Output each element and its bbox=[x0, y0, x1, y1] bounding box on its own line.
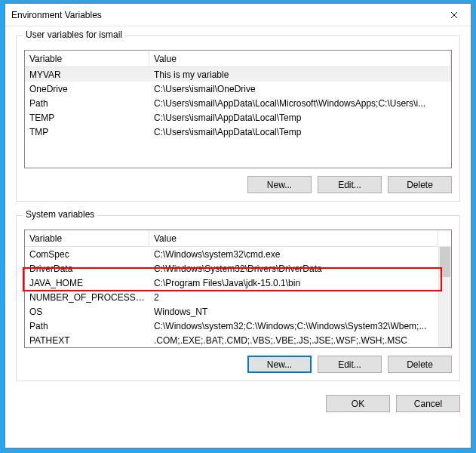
titlebar[interactable]: Environment Variables bbox=[5, 4, 471, 26]
cell-value: This is my variable bbox=[149, 69, 451, 80]
cell-value: C:\Users\ismail\AppData\Local\Temp bbox=[149, 112, 451, 123]
table-row[interactable]: JAVA_HOME C:\Program Files\Java\jdk-15.0… bbox=[25, 276, 438, 290]
system-variables-group: System variables Variable Value ComSpec … bbox=[16, 215, 460, 381]
col-header-variable[interactable]: Variable bbox=[25, 51, 149, 66]
user-buttons: New... Edit... Delete bbox=[24, 176, 452, 193]
table-row[interactable]: TMP C:\Users\ismail\AppData\Local\Temp bbox=[25, 125, 451, 139]
cell-value: C:\Program Files\Java\jdk-15.0.1\bin bbox=[149, 278, 438, 288]
cancel-button[interactable]: Cancel bbox=[396, 395, 460, 412]
cell-variable: NUMBER_OF_PROCESSORS bbox=[25, 292, 149, 303]
cell-value: 2 bbox=[149, 292, 438, 303]
close-icon bbox=[450, 11, 458, 19]
system-delete-button[interactable]: Delete bbox=[388, 356, 452, 373]
cell-value: C:\Users\ismail\OneDrive bbox=[149, 84, 451, 94]
cell-variable: TEMP bbox=[25, 112, 149, 123]
cell-value: C:\Users\ismail\AppData\Local\Microsoft\… bbox=[149, 98, 451, 109]
ok-button[interactable]: OK bbox=[326, 395, 390, 412]
system-list-header: Variable Value bbox=[25, 230, 451, 247]
cell-value: C:\Windows\System32\Drivers\DriverData bbox=[149, 263, 438, 274]
table-row[interactable]: Path C:\Windows\system32;C:\Windows;C:\W… bbox=[25, 319, 438, 333]
cell-variable: Path bbox=[25, 98, 149, 109]
cell-variable: Path bbox=[25, 321, 149, 331]
cell-value: Windows_NT bbox=[149, 307, 438, 317]
user-group-legend: User variables for ismail bbox=[23, 29, 125, 40]
cell-value: C:\Users\ismail\AppData\Local\Temp bbox=[149, 127, 451, 137]
user-new-button[interactable]: New... bbox=[247, 176, 312, 193]
cell-variable: ComSpec bbox=[25, 249, 149, 260]
cell-variable: PATHEXT bbox=[25, 335, 149, 346]
window-title: Environment Variables bbox=[11, 10, 102, 20]
user-edit-button[interactable]: Edit... bbox=[318, 176, 382, 193]
table-row[interactable]: PATHEXT .COM;.EXE;.BAT;.CMD;.VBS;.VBE;.J… bbox=[25, 333, 438, 347]
cell-value: .COM;.EXE;.BAT;.CMD;.VBS;.VBE;.JS;.JSE;.… bbox=[149, 335, 438, 346]
dialog-buttons: OK Cancel bbox=[16, 395, 460, 412]
col-header-value[interactable]: Value bbox=[149, 230, 438, 246]
user-list-header: Variable Value bbox=[25, 51, 451, 67]
table-row[interactable]: Path C:\Users\ismail\AppData\Local\Micro… bbox=[25, 96, 451, 110]
system-new-button[interactable]: New... bbox=[247, 356, 312, 373]
system-list-rows: ComSpec C:\Windows\system32\cmd.exe Driv… bbox=[25, 247, 438, 347]
table-row[interactable]: OS Windows_NT bbox=[25, 304, 438, 319]
table-row[interactable]: OneDrive C:\Users\ismail\OneDrive bbox=[25, 82, 451, 96]
system-variables-list[interactable]: Variable Value ComSpec C:\Windows\system… bbox=[24, 230, 452, 348]
cell-value: C:\Windows\system32\cmd.exe bbox=[149, 249, 438, 260]
system-buttons: New... Edit... Delete bbox=[24, 356, 452, 373]
table-row[interactable]: NUMBER_OF_PROCESSORS 2 bbox=[25, 290, 438, 304]
table-row[interactable]: MYVAR This is my variable bbox=[25, 67, 451, 82]
table-row[interactable]: TEMP C:\Users\ismail\AppData\Local\Temp bbox=[25, 110, 451, 125]
cell-variable: OneDrive bbox=[25, 84, 149, 94]
client-area: User variables for ismail Variable Value… bbox=[5, 26, 471, 448]
user-delete-button[interactable]: Delete bbox=[388, 176, 452, 193]
cell-variable: OS bbox=[25, 307, 149, 317]
system-list-scrollbar[interactable] bbox=[438, 247, 451, 347]
cell-variable: TMP bbox=[25, 127, 149, 137]
cell-variable: MYVAR bbox=[25, 69, 149, 80]
scrollbar-thumb[interactable] bbox=[440, 247, 450, 277]
cell-variable: DriverData bbox=[25, 263, 149, 274]
table-row[interactable]: DriverData C:\Windows\System32\Drivers\D… bbox=[25, 261, 438, 276]
system-edit-button[interactable]: Edit... bbox=[318, 356, 382, 373]
user-variables-group: User variables for ismail Variable Value… bbox=[16, 35, 460, 202]
table-row[interactable]: ComSpec C:\Windows\system32\cmd.exe bbox=[25, 247, 438, 261]
cell-value: C:\Windows\system32;C:\Windows;C:\Window… bbox=[149, 321, 438, 331]
system-group-legend: System variables bbox=[23, 209, 97, 220]
close-button[interactable] bbox=[437, 4, 471, 26]
col-header-value[interactable]: Value bbox=[149, 51, 451, 66]
user-variables-list[interactable]: Variable Value MYVAR This is my variable… bbox=[24, 50, 452, 168]
env-vars-dialog: Environment Variables User variables for… bbox=[5, 3, 471, 448]
user-list-rows: MYVAR This is my variable OneDrive C:\Us… bbox=[25, 67, 451, 139]
cell-variable: JAVA_HOME bbox=[25, 278, 149, 288]
col-header-variable[interactable]: Variable bbox=[25, 230, 149, 246]
